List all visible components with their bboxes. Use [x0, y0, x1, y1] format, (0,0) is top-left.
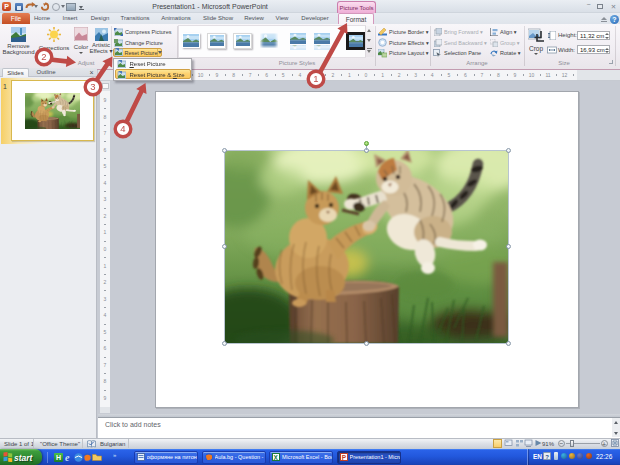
svg-text:P: P: [341, 454, 346, 461]
svg-text:X: X: [274, 454, 279, 461]
svg-text:4: 4: [120, 123, 125, 134]
